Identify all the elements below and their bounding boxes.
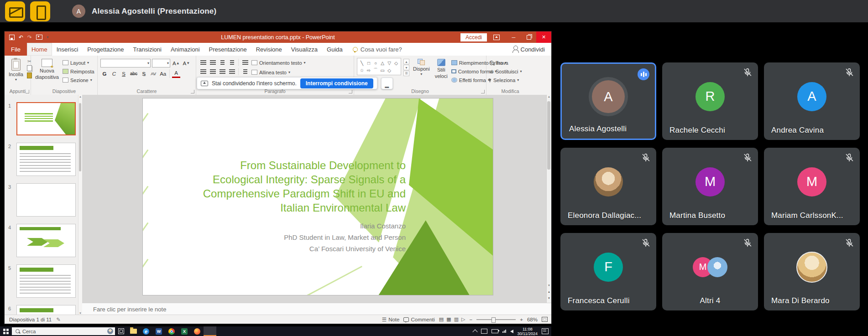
scroll-down-icon[interactable]: ▼	[547, 284, 551, 287]
slide-title[interactable]: From Sustainable Development to Ecologic…	[143, 158, 406, 215]
underline-button[interactable]: S	[120, 70, 128, 78]
text-shadow-button[interactable]: S	[140, 70, 148, 78]
shapes-scroll-down[interactable]: ▼	[403, 65, 409, 70]
dialog-launcher[interactable]	[26, 90, 29, 93]
taskbar-clock[interactable]: 11:08 30/11/2024	[518, 327, 538, 336]
network-icon[interactable]	[502, 330, 506, 333]
bold-button[interactable]: G	[100, 70, 109, 78]
taskbar-search[interactable]: Cerca	[12, 327, 115, 335]
participant-tile[interactable]: Eleonora Dallagiac...	[560, 148, 656, 225]
minimize-button[interactable]: ─	[506, 31, 521, 43]
sign-in-button[interactable]: Accedi	[460, 33, 487, 41]
align-center-button[interactable]	[209, 68, 217, 75]
restore-button[interactable]	[521, 31, 536, 43]
slide-thumbnail[interactable]	[16, 102, 76, 135]
edge-taskbar-button[interactable]: e	[140, 326, 152, 336]
font-size-combo[interactable]: ▾	[152, 59, 170, 67]
ppt-titlebar[interactable]: ↶ ↷ ▾ LUMEN presentation corta.pptx - Po…	[5, 31, 551, 43]
scroll-up-icon[interactable]: ▲	[547, 95, 551, 98]
zoom-slider[interactable]	[476, 319, 516, 320]
shape-star-icon[interactable]: ☆	[359, 67, 365, 73]
dialog-launcher[interactable]	[349, 90, 352, 93]
shape-lozenge-icon[interactable]: ◇	[387, 67, 392, 73]
chrome-taskbar-button[interactable]	[165, 326, 178, 336]
section-button[interactable]: Sezione▾	[63, 76, 94, 84]
share-button[interactable]: Condividi	[507, 43, 551, 56]
close-button[interactable]: ✕	[536, 31, 551, 43]
find-button[interactable]: Trova	[489, 59, 522, 67]
presentation-chip-window[interactable]	[30, 1, 50, 21]
start-slideshow-icon[interactable]	[36, 35, 42, 40]
participant-tile[interactable]: MMariam CarlssonK...	[764, 148, 860, 225]
ink-icon[interactable]: ✎	[56, 316, 61, 323]
columns-button[interactable]	[241, 68, 249, 75]
slide-thumbnail[interactable]	[16, 143, 76, 176]
numbered-list-button[interactable]	[209, 59, 217, 66]
slide-thumbnail[interactable]	[16, 183, 76, 217]
slide-sorter-button[interactable]: ▦	[446, 316, 451, 322]
participant-tile[interactable]: Mara Di Berardo	[764, 233, 860, 310]
justify-button[interactable]	[228, 68, 236, 75]
presentation-chip-stop[interactable]	[5, 1, 25, 21]
tab-inserisci[interactable]: Inserisci	[52, 43, 83, 56]
quick-styles-button[interactable]: Stili veloci	[434, 58, 449, 88]
align-left-button[interactable]	[199, 68, 207, 75]
slide-panel[interactable]: 123456 ▲ ▼	[5, 95, 83, 315]
layout-button[interactable]: Layout▾	[63, 59, 94, 67]
line-spacing-button[interactable]	[241, 59, 249, 66]
undo-icon[interactable]: ↶	[19, 34, 23, 41]
slide-thumbnail[interactable]	[16, 224, 76, 257]
arrange-button[interactable]: Disponi ▾	[412, 58, 431, 88]
paste-button[interactable]: Incolla ▾	[7, 58, 25, 88]
slide-thumbnail[interactable]	[16, 264, 76, 298]
new-slide-button[interactable]: Nuova diapositiva	[34, 58, 60, 88]
reset-button[interactable]: Reimposta	[63, 67, 94, 75]
zoom-knob[interactable]	[492, 317, 496, 323]
tray-expand-icon[interactable]	[472, 329, 477, 334]
shape-triangle-down-icon[interactable]: ▽	[387, 60, 392, 66]
display-tray-icon[interactable]	[481, 329, 487, 334]
battery-icon[interactable]	[492, 329, 498, 333]
hide-banner-button[interactable]: ▬	[381, 78, 393, 89]
shrink-font-button[interactable]: A▼	[182, 60, 191, 67]
firefox-taskbar-button[interactable]	[191, 326, 204, 336]
slide-subtitle[interactable]: Ilaria Costanzo PhD Student in Law, Mark…	[196, 220, 406, 254]
italic-button[interactable]: C	[110, 70, 118, 78]
dialog-launcher[interactable]	[191, 90, 194, 93]
participant-tile[interactable]: MAltri 4	[662, 233, 758, 310]
change-case-button[interactable]: Aa	[159, 70, 167, 78]
previous-slide-button[interactable]: ▲	[548, 290, 550, 293]
shapes-scroll-up[interactable]: ▲	[403, 59, 409, 64]
grow-font-button[interactable]: A▲	[172, 60, 181, 67]
powerpoint-taskbar-button[interactable]: P	[204, 326, 216, 336]
slide-editor[interactable]: From Sustainable Development to Ecologic…	[82, 95, 551, 303]
qat-customize-icon[interactable]: ▾	[47, 36, 48, 39]
shape-oval-icon[interactable]: ○	[373, 60, 378, 66]
bullet-list-button[interactable]	[199, 59, 207, 66]
shape-diamond-icon[interactable]: ◇	[393, 60, 399, 66]
tab-file[interactable]: File	[5, 43, 27, 56]
participant-tile[interactable]: AAlessia Agostelli	[560, 62, 656, 140]
notes-toggle[interactable]: ☰Note	[382, 316, 400, 323]
shapes-gallery[interactable]: ╲ □ ○ △ ▽ ◇ ☆ ⇨ ⌒ ▭ ◇	[357, 58, 401, 75]
text-direction-button[interactable]: Orientamento testo▾	[251, 59, 306, 67]
participant-tile[interactable]: AAndrea Cavina	[764, 62, 860, 140]
action-center-button[interactable]	[542, 328, 549, 334]
scrollbar-thumb[interactable]	[547, 101, 550, 170]
zoom-in-button[interactable]: +	[520, 317, 523, 322]
panel-scrollbar[interactable]: ▲ ▼	[78, 95, 82, 315]
tab-transizioni[interactable]: Transizioni	[129, 43, 166, 56]
align-text-button[interactable]: Allinea testo▾	[251, 68, 306, 76]
tab-guida[interactable]: Guida	[322, 43, 347, 56]
zoom-out-button[interactable]: −	[470, 317, 473, 322]
tab-visualizza[interactable]: Visualizza	[287, 43, 322, 56]
increase-indent-button[interactable]	[228, 59, 236, 66]
comments-toggle[interactable]: Commenti	[403, 317, 434, 322]
next-slide-button[interactable]: ▼	[548, 297, 550, 300]
character-spacing-button[interactable]: AV	[149, 70, 157, 78]
replace-button[interactable]: abSostituisci▾	[489, 67, 522, 75]
font-name-combo[interactable]: ▾	[100, 59, 151, 67]
zoom-level[interactable]: 68%	[527, 317, 538, 322]
shapes-more-button[interactable]: ☰	[403, 71, 409, 76]
font-color-button[interactable]: A	[172, 69, 180, 78]
